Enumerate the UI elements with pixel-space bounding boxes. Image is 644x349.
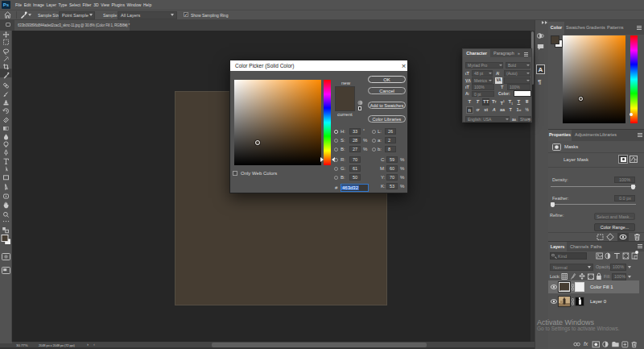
svg-text:fx: fx	[584, 341, 588, 347]
